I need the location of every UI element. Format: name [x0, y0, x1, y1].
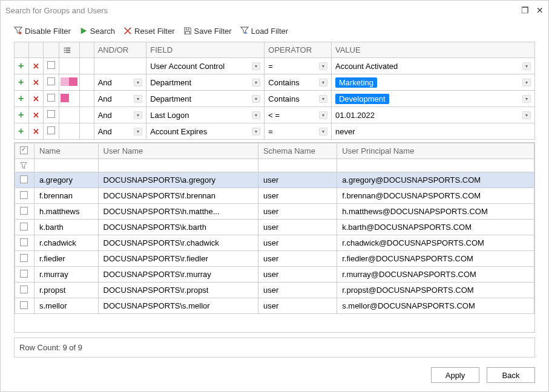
username-filter[interactable] [98, 159, 258, 172]
field-select[interactable]: User Account Control▾ [146, 58, 265, 74]
table-row[interactable]: r.chadwick DOCUSNAPSPORTS\r.chadwick use… [15, 235, 534, 251]
plus-icon: + [18, 93, 24, 103]
chevron-down-icon[interactable]: ▾ [252, 79, 260, 87]
operator-select[interactable]: =▾ [265, 58, 332, 74]
upn-filter[interactable] [337, 159, 534, 172]
operator-select[interactable]: < =▾ [265, 107, 332, 123]
andor-select[interactable]: And▾ [94, 123, 146, 140]
andor-select[interactable]: And▾ [94, 107, 146, 123]
remove-row-button[interactable]: ✕ [29, 123, 44, 140]
list-order-icon[interactable] [59, 42, 79, 58]
chevron-down-icon[interactable]: ▾ [134, 111, 142, 119]
table-row[interactable]: h.matthews DOCUSNAPSPORTS\h.matthe... us… [15, 204, 534, 220]
add-row-button[interactable]: + [15, 107, 29, 123]
chevron-down-icon[interactable]: ▾ [319, 62, 327, 70]
chevron-down-icon[interactable]: ▾ [319, 79, 327, 87]
chevron-down-icon[interactable]: ▾ [522, 62, 531, 70]
field-select[interactable]: Last Logon▾ [146, 107, 265, 123]
group-indicator[interactable] [59, 58, 79, 74]
row-checkbox[interactable] [44, 74, 59, 91]
row-checkbox[interactable] [44, 107, 59, 123]
add-row-button[interactable]: + [15, 123, 29, 140]
col-name[interactable]: Name [35, 143, 99, 159]
col-upn[interactable]: User Principal Name [337, 143, 534, 159]
funnel-load-icon [240, 27, 249, 35]
group-indicator[interactable] [59, 91, 79, 107]
operator-select[interactable]: =▾ [265, 123, 332, 140]
table-row[interactable]: a.gregory DOCUSNAPSPORTS\a.gregory user … [15, 172, 534, 188]
remove-row-button[interactable]: ✕ [29, 58, 44, 74]
group-indicator[interactable] [59, 74, 79, 91]
field-select[interactable]: Department▾ [146, 91, 265, 107]
row-checkbox[interactable] [15, 298, 35, 314]
schema-filter[interactable] [258, 159, 337, 172]
load-filter-button[interactable]: Load Filter [240, 27, 288, 36]
chevron-down-icon[interactable]: ▾ [134, 128, 142, 136]
chevron-down-icon[interactable]: ▾ [252, 95, 260, 103]
col-username[interactable]: User Name [98, 143, 258, 159]
row-checkbox[interactable] [15, 283, 35, 298]
row-checkbox[interactable] [15, 220, 35, 235]
operator-select[interactable]: Contains▾ [265, 74, 332, 91]
back-button[interactable]: Back [487, 367, 535, 383]
disable-filter-button[interactable]: Disable Filter [14, 27, 71, 36]
andor-select[interactable] [94, 58, 146, 74]
row-checkbox[interactable] [15, 188, 35, 204]
add-row-button[interactable]: + [15, 91, 29, 107]
table-row[interactable]: f.brennan DOCUSNAPSPORTS\f.brennan user … [15, 188, 534, 204]
row-checkbox[interactable] [15, 172, 35, 188]
table-row[interactable]: s.mellor DOCUSNAPSPORTS\s.mellor user s.… [15, 298, 534, 314]
table-row[interactable]: r.fiedler DOCUSNAPSPORTS\r.fiedler user … [15, 251, 534, 267]
value-input[interactable]: Development▾ [331, 91, 534, 107]
andor-select[interactable]: And▾ [94, 74, 146, 91]
chevron-down-icon[interactable]: ▾ [252, 111, 260, 119]
remove-row-button[interactable]: ✕ [29, 74, 44, 91]
add-row-button[interactable]: + [15, 74, 29, 91]
chevron-down-icon[interactable]: ▾ [134, 79, 142, 87]
row-checkbox[interactable] [15, 235, 35, 251]
andor-select[interactable]: And▾ [94, 91, 146, 107]
filter-icon[interactable] [15, 159, 35, 172]
remove-row-button[interactable]: ✕ [29, 91, 44, 107]
row-checkbox[interactable] [44, 58, 59, 74]
value-input[interactable]: 01.01.2022▾ [331, 107, 534, 123]
chevron-down-icon[interactable]: ▾ [522, 111, 531, 119]
maximize-icon[interactable]: ❐ [521, 5, 529, 15]
select-all-checkbox[interactable]: ✓ [15, 143, 35, 159]
row-checkbox[interactable] [44, 91, 59, 107]
name-filter[interactable] [35, 159, 99, 172]
chevron-down-icon[interactable]: ▾ [319, 128, 327, 136]
chevron-down-icon[interactable]: ▾ [319, 111, 327, 119]
row-checkbox[interactable] [15, 204, 35, 220]
cell-name: h.matthews [35, 204, 99, 220]
chevron-down-icon[interactable]: ▾ [252, 62, 260, 70]
cell-name: r.fiedler [35, 251, 99, 267]
value-input[interactable]: Account Activated▾ [331, 58, 534, 74]
chevron-down-icon[interactable]: ▾ [522, 79, 531, 87]
row-checkbox[interactable] [44, 123, 59, 140]
table-row[interactable]: r.murray DOCUSNAPSPORTS\r.murray user r.… [15, 267, 534, 283]
chevron-down-icon[interactable]: ▾ [319, 95, 327, 103]
apply-button[interactable]: Apply [431, 367, 479, 383]
group-indicator[interactable] [59, 123, 79, 140]
group-indicator[interactable] [59, 107, 79, 123]
add-row-button[interactable]: + [15, 58, 29, 74]
table-row[interactable]: k.barth DOCUSNAPSPORTS\k.barth user k.ba… [15, 220, 534, 235]
operator-select[interactable]: Contains▾ [265, 91, 332, 107]
remove-row-button[interactable]: ✕ [29, 107, 44, 123]
chevron-down-icon[interactable]: ▾ [252, 128, 260, 136]
row-checkbox[interactable] [15, 267, 35, 283]
chevron-down-icon[interactable]: ▾ [522, 95, 531, 103]
value-input[interactable]: never [331, 123, 534, 140]
reset-filter-button[interactable]: Reset Filter [123, 27, 174, 36]
field-select[interactable]: Department▾ [146, 74, 265, 91]
search-button[interactable]: Search [79, 27, 115, 36]
field-select[interactable]: Account Expires▾ [146, 123, 265, 140]
value-input[interactable]: Marketing▾ [331, 74, 534, 91]
col-schema[interactable]: Schema Name [258, 143, 337, 159]
close-icon[interactable]: ✕ [536, 5, 544, 15]
chevron-down-icon[interactable]: ▾ [134, 95, 142, 103]
table-row[interactable]: r.propst DOCUSNAPSPORTS\r.propst user r.… [15, 283, 534, 298]
save-filter-button[interactable]: Save Filter [183, 27, 232, 36]
row-checkbox[interactable] [15, 251, 35, 267]
